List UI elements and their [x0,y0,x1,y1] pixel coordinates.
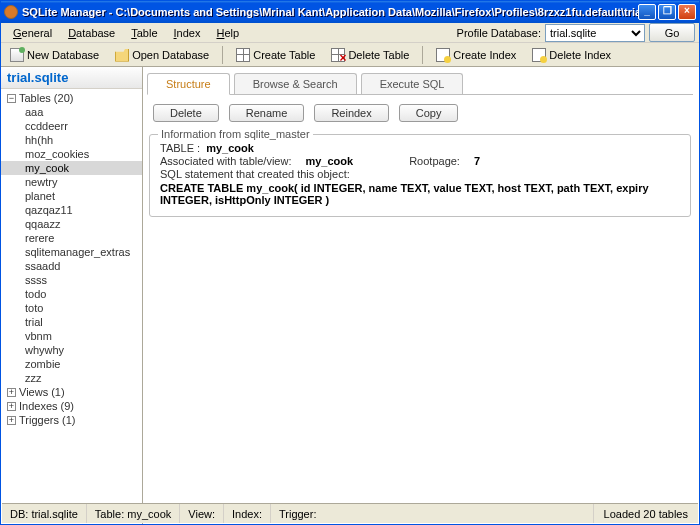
sidebar: trial.sqlite −Tables (20)aaaccddeerrhh(h… [1,67,143,525]
profile-db-select[interactable]: trial.sqlite [545,24,645,42]
tree-item[interactable]: trial [1,315,142,329]
tree-item[interactable]: aaa [1,105,142,119]
status-view: View: [180,504,224,523]
tree-group-label: Tables (20) [19,92,73,104]
maximize-button[interactable]: ❐ [658,4,676,20]
tab-execute-sql[interactable]: Execute SQL [361,73,464,94]
profile-db-label: Profile Database: [457,27,541,39]
status-loaded: Loaded 20 tables [593,504,698,523]
status-table: Table: my_cook [87,504,180,523]
tree-item[interactable]: zzz [1,371,142,385]
delete-table-button[interactable]: Delete Table [326,46,414,64]
tree-item[interactable]: qqaazz [1,217,142,231]
open-database-icon [115,48,129,62]
tree-item[interactable]: hh(hh [1,133,142,147]
expander-icon[interactable]: − [7,94,16,103]
rootpage-value: 7 [474,155,480,167]
tree-item[interactable]: vbnm [1,329,142,343]
tree-group-label: Views (1) [19,386,65,398]
toolbar: New Database Open Database Create Table … [1,43,699,67]
fieldset-legend: Information from sqlite_master [158,128,313,140]
tree-item[interactable]: moz_cookies [1,147,142,161]
tab-structure[interactable]: Structure [147,73,230,95]
tree-group-label: Triggers (1) [19,414,75,426]
tree-group[interactable]: +Indexes (9) [1,399,142,413]
status-db: DB: trial.sqlite [2,504,87,523]
tree-item[interactable]: whywhy [1,343,142,357]
close-button[interactable]: × [678,4,696,20]
new-database-icon [10,48,24,62]
create-index-icon [436,48,450,62]
tree-item[interactable]: zombie [1,357,142,371]
status-index: Index: [224,504,271,523]
new-database-button[interactable]: New Database [5,46,104,64]
tab-browse-search[interactable]: Browse & Search [234,73,357,94]
menu-index[interactable]: Index [166,25,209,41]
delete-index-icon [532,48,546,62]
tree-item[interactable]: rerere [1,231,142,245]
sql-statement: CREATE TABLE my_cook( id INTEGER, name T… [160,182,680,206]
create-table-button[interactable]: Create Table [231,46,320,64]
statusbar: DB: trial.sqlite Table: my_cook View: In… [2,503,698,523]
titlebar[interactable]: SQLite Manager - C:\Documents and Settin… [1,1,699,23]
app-icon [4,5,18,19]
tabstrip: StructureBrowse & SearchExecute SQL [147,71,693,95]
copy-button[interactable]: Copy [399,104,459,122]
tree-group-label: Indexes (9) [19,400,74,412]
toolbar-separator [222,46,223,64]
tree-item[interactable]: ssss [1,273,142,287]
tree-item[interactable]: ccddeerr [1,119,142,133]
create-index-button[interactable]: Create Index [431,46,521,64]
open-database-button[interactable]: Open Database [110,46,214,64]
window-title: SQLite Manager - C:\Documents and Settin… [22,6,638,18]
assoc-value: my_cook [305,155,353,167]
delete-table-icon [331,48,345,62]
menu-database[interactable]: Database [60,25,123,41]
action-buttons: DeleteRenameReindexCopy [147,99,693,122]
create-table-icon [236,48,250,62]
reindex-button[interactable]: Reindex [314,104,388,122]
tree-group[interactable]: +Triggers (1) [1,413,142,427]
main-panel: StructureBrowse & SearchExecute SQL Dele… [143,67,699,525]
tree-item[interactable]: newtry [1,175,142,189]
rename-button[interactable]: Rename [229,104,305,122]
expander-icon[interactable]: + [7,402,16,411]
tree-item[interactable]: sqlitemanager_extras [1,245,142,259]
status-trigger: Trigger: [271,504,593,523]
tree-group[interactable]: −Tables (20) [1,91,142,105]
expander-icon[interactable]: + [7,388,16,397]
expander-icon[interactable]: + [7,416,16,425]
tree-group[interactable]: +Views (1) [1,385,142,399]
info-fieldset: Information from sqlite_master TABLE : m… [149,134,691,217]
tree-item[interactable]: ssaadd [1,259,142,273]
menu-general[interactable]: General [5,25,60,41]
menu-table[interactable]: Table [123,25,165,41]
tree-item[interactable]: toto [1,301,142,315]
tree-item[interactable]: planet [1,189,142,203]
rootpage-label: Rootpage: [409,155,460,167]
sql-label: SQL statement that created this object: [160,168,350,180]
sidebar-title: trial.sqlite [1,67,142,89]
go-button[interactable]: Go [649,23,695,42]
table-name: my_cook [206,142,254,154]
minimize-button[interactable]: _ [638,4,656,20]
delete-index-button[interactable]: Delete Index [527,46,616,64]
tree-item[interactable]: qazqaz11 [1,203,142,217]
menubar: General Database Table Index Help Profil… [1,23,699,43]
tree-item[interactable]: todo [1,287,142,301]
table-label: TABLE : [160,142,200,154]
assoc-label: Associated with table/view: [160,155,291,167]
toolbar-separator [422,46,423,64]
schema-tree[interactable]: −Tables (20)aaaccddeerrhh(hhmoz_cookiesm… [1,89,142,525]
menu-help[interactable]: Help [208,25,247,41]
delete-button[interactable]: Delete [153,104,219,122]
tree-item[interactable]: my_cook [1,161,142,175]
